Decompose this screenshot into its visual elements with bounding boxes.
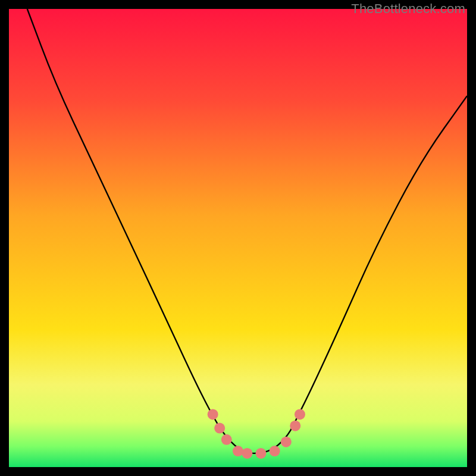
marker-point: [221, 434, 232, 445]
chart-frame: [9, 9, 467, 467]
bottleneck-chart: [9, 9, 467, 467]
marker-point: [270, 446, 280, 456]
marker-point: [242, 448, 252, 459]
marker-point: [233, 446, 243, 456]
marker-point: [281, 437, 292, 447]
marker-point: [208, 409, 218, 419]
watermark-text: TheBottleneck.com: [351, 1, 465, 17]
marker-point: [295, 409, 305, 419]
gradient-background: [9, 9, 467, 467]
marker-point: [214, 423, 225, 434]
marker-point: [256, 448, 267, 459]
marker-point: [290, 421, 300, 431]
